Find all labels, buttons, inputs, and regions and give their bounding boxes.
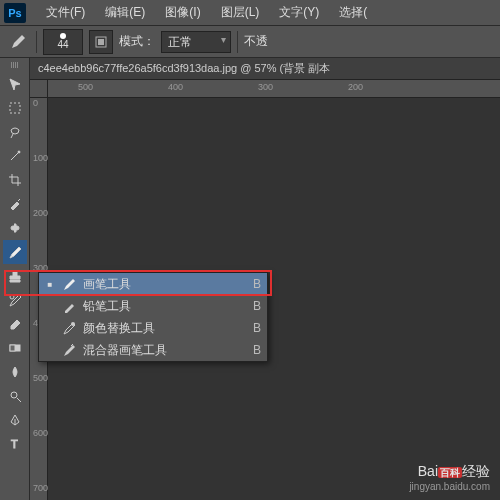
- flyout-mixer-brush-tool[interactable]: 混合器画笔工具 B: [39, 339, 267, 361]
- ruler-tick: 300: [258, 82, 273, 92]
- mode-label: 模式：: [119, 33, 155, 50]
- type-tool[interactable]: T: [3, 432, 27, 456]
- mixer-brush-icon: [61, 342, 77, 358]
- ruler-tick: 600: [33, 428, 48, 438]
- dodge-tool[interactable]: [3, 384, 27, 408]
- brush-icon: [61, 276, 77, 292]
- ruler-tick: 0: [33, 98, 38, 108]
- check-icon: ■: [45, 280, 55, 289]
- svg-text:T: T: [11, 438, 18, 450]
- ruler-tick: 200: [348, 82, 363, 92]
- watermark: Bai百科经验 jingyan.baidu.com: [409, 463, 490, 492]
- flyout-color-replace-tool[interactable]: 颜色替换工具 B: [39, 317, 267, 339]
- brush-preset-picker[interactable]: 44: [43, 29, 83, 55]
- menu-edit[interactable]: 编辑(E): [95, 4, 155, 21]
- svg-rect-2: [10, 103, 20, 113]
- menu-bar: Ps 文件(F) 编辑(E) 图像(I) 图层(L) 文字(Y) 选择(: [0, 0, 500, 26]
- menu-layer[interactable]: 图层(L): [211, 4, 270, 21]
- crop-tool[interactable]: [3, 168, 27, 192]
- color-replace-icon: [61, 320, 77, 336]
- opacity-label: 不透: [244, 33, 268, 50]
- ruler-tick: 500: [33, 373, 48, 383]
- flyout-label: 颜色替换工具: [83, 320, 247, 337]
- flyout-brush-tool[interactable]: ■ 画笔工具 B: [39, 273, 267, 295]
- tools-panel: T: [0, 58, 30, 500]
- brush-tool[interactable]: [3, 240, 27, 264]
- flyout-label: 混合器画笔工具: [83, 342, 247, 359]
- document-tab[interactable]: c4ee4ebb96c77ffe26a5f6cd3f913daa.jpg @ 5…: [30, 58, 500, 80]
- menu-select[interactable]: 选择(: [329, 4, 377, 21]
- magic-wand-tool[interactable]: [3, 144, 27, 168]
- watermark-text: 经验: [462, 463, 490, 479]
- menu-type[interactable]: 文字(Y): [269, 4, 329, 21]
- move-tool[interactable]: [3, 72, 27, 96]
- ruler-tick: 100: [33, 153, 48, 163]
- ruler-tick: 200: [33, 208, 48, 218]
- flyout-shortcut: B: [253, 321, 261, 335]
- app-logo: Ps: [4, 3, 26, 23]
- flyout-pencil-tool[interactable]: 铅笔工具 B: [39, 295, 267, 317]
- mode-select[interactable]: 正常: [161, 31, 231, 53]
- current-tool-icon[interactable]: [6, 30, 30, 54]
- svg-point-3: [18, 151, 20, 153]
- options-bar: 44 模式： 正常 不透: [0, 26, 500, 58]
- menu-file[interactable]: 文件(F): [36, 4, 95, 21]
- blur-tool[interactable]: [3, 360, 27, 384]
- gradient-tool[interactable]: [3, 336, 27, 360]
- healing-tool[interactable]: [3, 216, 27, 240]
- stamp-tool[interactable]: [3, 264, 27, 288]
- ruler-tick: 400: [168, 82, 183, 92]
- brush-panel-toggle[interactable]: [89, 30, 113, 54]
- flyout-label: 画笔工具: [83, 276, 247, 293]
- flyout-shortcut: B: [253, 299, 261, 313]
- lasso-tool[interactable]: [3, 120, 27, 144]
- watermark-badge: 百科: [438, 467, 462, 478]
- svg-point-8: [11, 392, 17, 398]
- eraser-tool[interactable]: [3, 312, 27, 336]
- history-brush-tool[interactable]: [3, 288, 27, 312]
- ruler-row: 500 400 300 200: [30, 80, 500, 98]
- tools-grip[interactable]: [2, 62, 28, 70]
- ruler-tick: 700: [33, 483, 48, 493]
- flyout-shortcut: B: [253, 343, 261, 357]
- watermark-url: jingyan.baidu.com: [409, 481, 490, 492]
- pen-tool[interactable]: [3, 408, 27, 432]
- flyout-shortcut: B: [253, 277, 261, 291]
- separator: [237, 31, 238, 53]
- svg-point-5: [10, 295, 14, 299]
- svg-rect-1: [98, 39, 104, 45]
- pencil-icon: [61, 298, 77, 314]
- flyout-label: 铅笔工具: [83, 298, 247, 315]
- ruler-corner: [30, 80, 48, 98]
- marquee-tool[interactable]: [3, 96, 27, 120]
- svg-point-10: [71, 322, 75, 326]
- eyedropper-tool[interactable]: [3, 192, 27, 216]
- brush-tool-flyout: ■ 画笔工具 B 铅笔工具 B 颜色替换工具 B 混合器画笔工具 B: [38, 272, 268, 362]
- brush-size-value: 44: [57, 39, 68, 50]
- ruler-tick: 500: [78, 82, 93, 92]
- separator: [36, 31, 37, 53]
- watermark-brand: Bai百科经验: [409, 463, 490, 481]
- svg-rect-7: [10, 345, 15, 351]
- menu-image[interactable]: 图像(I): [155, 4, 210, 21]
- watermark-text: Bai: [418, 463, 438, 479]
- ruler-horizontal[interactable]: 500 400 300 200: [48, 80, 500, 98]
